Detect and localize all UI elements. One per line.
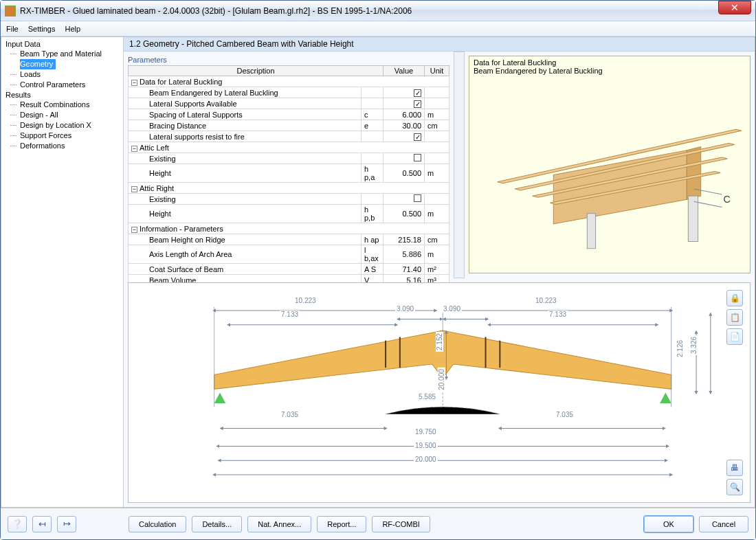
row-supports-available: Lateral Supports Available [129, 98, 362, 109]
dim-20-000: 20.000 [414, 455, 438, 463]
dim-7-133-left: 7.133 [280, 311, 300, 318]
dim-2-126: 2.126 [676, 339, 684, 359]
section-attic-left[interactable]: −Attic Left [129, 142, 449, 153]
row-spacing: Spacing of Lateral Supports [129, 109, 362, 120]
rf-combi-button[interactable]: RF-COMBI [372, 516, 430, 532]
params-scrollbar[interactable] [454, 52, 465, 278]
close-button[interactable]: ✕ [718, 1, 751, 14]
chk-attic-left[interactable] [383, 153, 425, 164]
cancel-button[interactable]: Cancel [699, 516, 748, 532]
section-attic-right[interactable]: −Attic Right [129, 183, 449, 194]
svg-marker-14 [214, 393, 226, 404]
drawing-toolbar-top: 🔒 📋 📄 [726, 290, 743, 345]
svg-rect-6 [688, 196, 698, 241]
dim-10-223-left: 10.223 [293, 297, 318, 304]
tree-design-location[interactable]: Design by Location X [3, 120, 122, 131]
section-information[interactable]: −Information - Parameters [129, 223, 449, 234]
dim-3-090-left: 3.090 [395, 305, 415, 313]
collapse-icon[interactable]: − [131, 186, 137, 192]
row-attic-right-existing: Existing [129, 194, 362, 205]
tree-beam-type[interactable]: Beam Type and Material [3, 49, 122, 59]
col-description: Description [129, 66, 383, 76]
collapse-icon[interactable]: − [131, 146, 137, 152]
beam-elevation-drawing[interactable]: 10.223 10.223 7.133 7.133 3.090 3.090 2.… [128, 282, 751, 503]
window-title: RX-TIMBER - Glued laminated beam - 2.04.… [20, 6, 755, 16]
dim-7-133-right: 7.133 [548, 311, 568, 318]
dim-3-090-right: 3.090 [442, 305, 462, 313]
elevation-svg [129, 283, 750, 502]
content-panel: 1.2 Geometry - Pitched Cambered Beam wit… [124, 37, 755, 507]
section-lateral-buckling[interactable]: −Data for Lateral Buckling [129, 76, 449, 87]
footer: ❔ ↤ ↦ Calculation Details... Nat. Annex.… [1, 508, 755, 539]
zoom-icon[interactable]: 🔍 [726, 479, 743, 495]
next-button[interactable]: ↦ [57, 516, 76, 532]
parameters-table[interactable]: Description Value Unit −Data for Lateral… [128, 65, 449, 297]
copy-icon[interactable]: 📋 [726, 309, 743, 326]
nav-tree[interactable]: Input Data Beam Type and Material Geomet… [1, 37, 124, 507]
dim-7-035-right: 7.035 [555, 411, 575, 418]
lock-icon[interactable]: 🔒 [726, 290, 743, 306]
print-icon[interactable]: 🖶 [726, 460, 743, 476]
menubar: File Settings Help [1, 21, 755, 36]
info-line1: Data for Lateral Buckling [474, 58, 746, 67]
row-ridge: Beam Height on Ridge [129, 234, 362, 245]
prev-button[interactable]: ↤ [32, 516, 52, 532]
ok-button[interactable]: OK [644, 516, 693, 532]
val-attic-left-height[interactable]: 0.500 [383, 164, 425, 183]
tree-control-params[interactable]: Control Parameters [3, 80, 122, 90]
report-button[interactable]: Report... [317, 516, 366, 532]
val-bracing[interactable]: 30.00 [383, 120, 425, 131]
calculation-button[interactable]: Calculation [129, 516, 186, 532]
tree-input-data[interactable]: Input Data [3, 39, 122, 49]
menu-settings[interactable]: Settings [28, 25, 56, 33]
svg-text:C: C [723, 194, 730, 205]
val-spacing[interactable]: 6.000 [383, 109, 425, 120]
tree-results[interactable]: Results [3, 90, 122, 100]
export-icon[interactable]: 📄 [726, 328, 743, 345]
svg-rect-7 [587, 214, 595, 249]
col-value: Value [383, 66, 425, 76]
tree-deformations[interactable]: Deformations [3, 141, 122, 151]
parameters-panel: Parameters Description Value Unit −Data … [124, 52, 454, 278]
lower-section: 10.223 10.223 7.133 7.133 3.090 3.090 2.… [124, 278, 755, 507]
chk-attic-right[interactable] [383, 194, 425, 205]
titlebar: RX-TIMBER - Glued laminated beam - 2.04.… [1, 1, 755, 21]
dim-19-750: 19.750 [414, 428, 438, 436]
chk-supports-avail[interactable]: ✓ [383, 98, 425, 109]
info-line2: Beam Endangered by Lateral Buckling [474, 67, 746, 75]
row-attic-left-height: Height [129, 164, 362, 183]
app-icon [5, 5, 16, 16]
svg-marker-0 [553, 150, 687, 224]
row-fire: Lateral supports resist to fire [129, 131, 362, 142]
upper-section: Parameters Description Value Unit −Data … [124, 52, 755, 278]
parameters-label: Parameters [128, 56, 449, 65]
chk-fire[interactable]: ✓ [383, 131, 425, 142]
drawing-toolbar-bottom: 🖶 🔍 [726, 460, 743, 495]
tree-loads[interactable]: Loads [3, 69, 122, 80]
dim-20-000-mid: 20.000 [438, 368, 445, 392]
row-attic-left-existing: Existing [129, 153, 362, 164]
chk-endangered[interactable]: ✓ [383, 87, 425, 98]
info-box: Data for Lateral Buckling Beam Endangere… [469, 56, 751, 273]
details-button[interactable]: Details... [192, 516, 242, 532]
nat-annex-button[interactable]: Nat. Annex... [247, 516, 311, 532]
dim-19-500: 19.500 [414, 442, 438, 449]
help-button[interactable]: ❔ [8, 516, 27, 532]
tree-design-all[interactable]: Design - All [3, 110, 122, 120]
dim-2-152: 2.152 [436, 332, 443, 352]
app-window: RX-TIMBER - Glued laminated beam - 2.04.… [0, 0, 756, 540]
svg-marker-15 [660, 393, 671, 404]
collapse-icon[interactable]: − [131, 80, 137, 86]
collapse-icon[interactable]: − [131, 227, 137, 233]
row-bracing: Bracing Distance [129, 120, 362, 131]
menu-file[interactable]: File [6, 25, 19, 33]
row-axis-length: Axis Length of Arch Area [129, 245, 362, 264]
row-coat: Coat Surface of Beam [129, 264, 362, 275]
menu-help[interactable]: Help [65, 25, 80, 33]
panel-header: 1.2 Geometry - Pitched Cambered Beam wit… [124, 37, 755, 52]
tree-geometry[interactable]: Geometry [20, 59, 56, 69]
tree-support-forces[interactable]: Support Forces [3, 131, 122, 141]
tree-result-combinations[interactable]: Result Combinations [3, 100, 122, 110]
val-attic-right-height[interactable]: 0.500 [383, 205, 425, 223]
preview-panel: Data for Lateral Buckling Beam Endangere… [465, 52, 755, 278]
